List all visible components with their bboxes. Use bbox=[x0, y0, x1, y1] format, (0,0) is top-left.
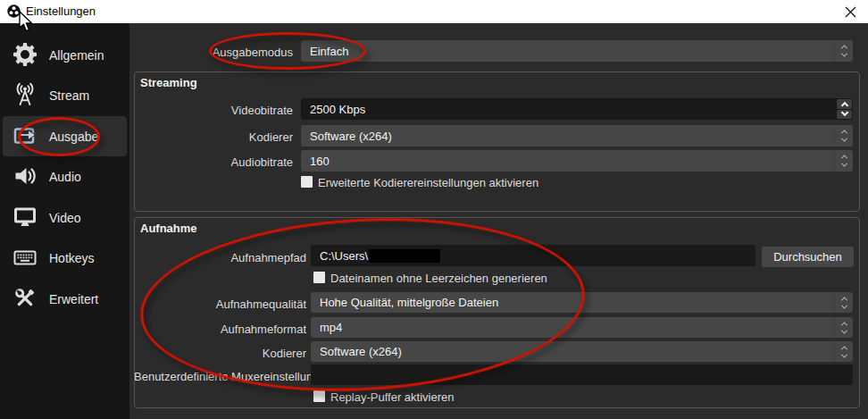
audio-bitrate-value: 160 bbox=[310, 155, 330, 168]
output-mode-label: Ausgabemodus bbox=[161, 46, 293, 59]
advanced-encoder-checkbox-label: Erweiterte Kodierereinstellungen aktivie… bbox=[318, 176, 538, 189]
advanced-encoder-checkbox[interactable] bbox=[301, 176, 313, 188]
settings-window: Einstellungen bbox=[0, 0, 868, 419]
sidebar-item-label: Erweitert bbox=[49, 292, 98, 306]
recording-path-label: Aufnahmepfad bbox=[174, 251, 306, 264]
sidebar-item-erweitert[interactable]: Erweitert bbox=[3, 279, 127, 319]
sidebar-item-label: Hotkeys bbox=[49, 251, 95, 265]
recording-quality-value: Hohe Qualität, mittelgroße Dateien bbox=[320, 296, 498, 309]
recording-format-value: mp4 bbox=[320, 321, 342, 334]
sidebar-item-video[interactable]: Video bbox=[3, 197, 127, 238]
titlebar: Einstellungen bbox=[0, 0, 868, 23]
spinbox-buttons bbox=[837, 99, 852, 119]
stream-encoder-select[interactable]: Software (x264) bbox=[301, 125, 853, 147]
sidebar-item-label: Video bbox=[49, 211, 81, 225]
tools-icon bbox=[13, 286, 38, 311]
replay-buffer-checkbox-label: Replay-Puffer aktivieren bbox=[330, 390, 455, 404]
chevron-updown-icon bbox=[834, 341, 853, 362]
chevron-down-icon bbox=[840, 108, 847, 115]
output-mode-select[interactable]: Einfach bbox=[301, 40, 853, 62]
close-button[interactable] bbox=[836, 0, 864, 23]
recording-quality-select[interactable]: Hohe Qualität, mittelgroße Dateien bbox=[311, 292, 853, 313]
stream-encoder-label: Kodierer bbox=[161, 130, 293, 144]
sidebar-item-ausgabe[interactable]: Ausgabe bbox=[3, 116, 127, 156]
sidebar-item-stream[interactable]: Stream bbox=[3, 75, 127, 115]
recording-format-select[interactable]: mp4 bbox=[311, 317, 853, 338]
chevron-updown-icon bbox=[834, 317, 853, 338]
video-bitrate-value: 2500 Kbps bbox=[310, 103, 365, 116]
sidebar-item-label: Audio bbox=[49, 170, 81, 184]
no-spaces-checkbox[interactable] bbox=[313, 272, 325, 283]
stream-encoder-value: Software (x264) bbox=[310, 130, 392, 143]
output-mode-value: Einfach bbox=[310, 45, 348, 58]
speaker-icon bbox=[13, 163, 38, 189]
video-bitrate-spinbox[interactable]: 2500 Kbps bbox=[301, 98, 853, 120]
recording-encoder-value: Software (x264) bbox=[320, 345, 402, 358]
muxer-settings-input[interactable] bbox=[311, 365, 853, 385]
recording-quality-label: Aufnahmequalität bbox=[174, 297, 306, 311]
chevron-updown-icon bbox=[834, 292, 853, 313]
recording-path-input[interactable]: C:\Users\ bbox=[311, 245, 755, 266]
window-title: Einstellungen bbox=[26, 4, 96, 18]
chevron-updown-icon bbox=[834, 125, 853, 147]
replay-buffer-checkbox[interactable] bbox=[313, 390, 325, 402]
sidebar-item-audio[interactable]: Audio bbox=[3, 156, 127, 197]
output-icon bbox=[13, 123, 38, 148]
recording-encoder-label: Kodierer bbox=[174, 347, 306, 360]
recording-group-title: Aufnahme bbox=[140, 222, 197, 235]
keyboard-icon bbox=[13, 245, 38, 270]
spin-down-button[interactable] bbox=[837, 110, 852, 120]
chevron-updown-icon bbox=[834, 150, 853, 172]
redaction-block bbox=[369, 249, 440, 263]
sidebar-item-label: Allgemein bbox=[49, 48, 104, 63]
obs-logo-icon bbox=[7, 4, 21, 18]
sidebar-item-allgemein[interactable]: Allgemein bbox=[3, 35, 127, 75]
no-spaces-checkbox-label: Dateinamen ohne Leerzeichen generieren bbox=[330, 272, 547, 285]
broadcast-icon bbox=[13, 82, 38, 107]
chevron-updown-icon bbox=[834, 40, 853, 62]
browse-button[interactable]: Durchsuchen bbox=[762, 247, 854, 267]
video-bitrate-label: Videobitrate bbox=[161, 104, 293, 117]
gear-icon bbox=[13, 42, 38, 67]
recording-format-label: Aufnahmeformat bbox=[174, 323, 306, 336]
recording-encoder-select[interactable]: Software (x264) bbox=[311, 341, 853, 362]
audio-bitrate-select[interactable]: 160 bbox=[301, 150, 853, 172]
audio-bitrate-label: Audiobitrate bbox=[161, 155, 293, 169]
sidebar-item-hotkeys[interactable]: Hotkeys bbox=[3, 238, 127, 278]
sidebar-item-label: Ausgabe bbox=[49, 130, 98, 144]
settings-sidebar: Allgemein Stream Ausgabe bbox=[0, 23, 129, 419]
spin-up-button[interactable] bbox=[837, 99, 852, 109]
close-icon bbox=[845, 6, 856, 18]
sidebar-item-label: Stream bbox=[49, 88, 89, 103]
streaming-group-title: Streaming bbox=[140, 76, 197, 89]
muxer-settings-label: Benutzerdefinierte Muxereinstellungen bbox=[134, 370, 306, 383]
recording-path-value: C:\Users\ bbox=[320, 249, 368, 263]
monitor-icon bbox=[13, 205, 38, 230]
